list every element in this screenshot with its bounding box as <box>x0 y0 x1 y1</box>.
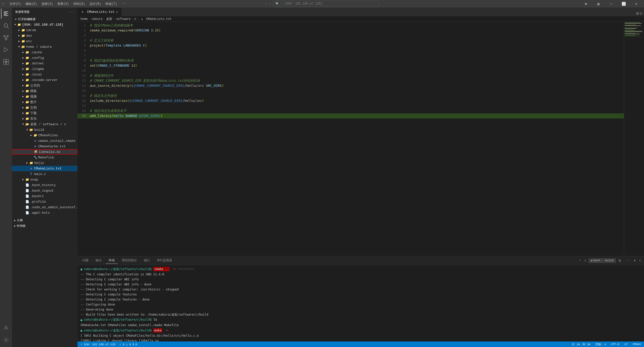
status-ssh[interactable]: ⚡ SSH: 192.168.47.128 <box>79 343 116 346</box>
menu-goto[interactable]: 转到(G) <box>71 1 87 7</box>
sidebar-item-lingma[interactable]: ▶ 📁 .lingma <box>12 66 77 72</box>
sidebar-item-makefile[interactable]: ▶ 🔧 Makefile <box>12 155 77 160</box>
terminal-content[interactable]: ● sakura@sakura:~/桌面/software/c/build$ c… <box>77 265 644 341</box>
bash-build-badge[interactable]: ⊞ bash - build <box>589 258 616 263</box>
menu-terminal[interactable]: 终端(T) <box>103 1 119 7</box>
breadcrumb-desktop[interactable]: 桌面 <box>106 17 112 21</box>
sidebar-item-cmakelists[interactable]: ▶ ▲ CMakeLists.txt <box>12 166 77 171</box>
sidebar-item-cmakefiles[interactable]: ▶ 📁 CMakeFiles <box>12 133 77 138</box>
activity-search[interactable] <box>1 21 11 31</box>
layout-btn[interactable]: ⊞ <box>580 0 592 8</box>
breadcrumb-sakura[interactable]: sakura <box>92 17 102 21</box>
sidebar-item-home-sakura[interactable]: ▼ 📂 home / sakura <box>12 44 77 50</box>
panel-close-btn[interactable]: ✕ <box>638 258 642 263</box>
sidebar-item-wget-hsts[interactable]: ▶ 📄 .wget-hsts <box>12 210 77 215</box>
menu-edit[interactable]: 编辑(E) <box>23 1 39 7</box>
sidebar-item-cmake-install[interactable]: ▶ ▲ cmake_install.cmake <box>12 138 77 144</box>
sidebar-item-vscode-server[interactable]: ▶ 📁 .vscode-server <box>12 77 77 83</box>
panel-tab-ports[interactable]: 端口 <box>141 257 153 264</box>
win-minimize-btn[interactable]: — <box>605 0 617 8</box>
split-btn[interactable]: ▥ <box>593 0 604 8</box>
sidebar-item-yinyue[interactable]: ▶ 📁 音乐 <box>12 116 77 121</box>
sidebar-item-tupian[interactable]: ▶ 📁 图片 <box>12 99 77 105</box>
search-box[interactable]: 🔍 / [SSH: 192.168.47.128] <box>273 1 379 7</box>
panel-tab-problems[interactable]: 问题 <box>79 257 92 264</box>
win-close-btn[interactable]: ✕ <box>630 0 642 8</box>
breadcrumb-software[interactable]: software <box>116 17 131 21</box>
sidebar-item-gongde[interactable]: ▶ 📁 公共的 <box>12 83 77 88</box>
sidebar-item-wendang[interactable]: ▶ 📁 文档 <box>12 105 77 110</box>
sidebar-content[interactable]: ▶ 打开的编辑器 ▼ 📁 [SSH: 192.168.47.128] ▶ 📁 c… <box>12 16 77 347</box>
panel-maximize-btn[interactable]: ▲ <box>633 258 637 263</box>
status-language[interactable]: CMake <box>632 343 642 346</box>
sidebar-item-sudo-admin[interactable]: ▶ 📄 .sudo_as_admin_successful <box>12 204 77 210</box>
activity-debug[interactable] <box>1 45 11 55</box>
menu-run[interactable]: 运行(R) <box>88 1 103 7</box>
sidebar-item-etc[interactable]: ▶ 📁 etc <box>12 38 77 44</box>
sidebar-item-config[interactable]: ▶ 📁 .config <box>12 55 77 61</box>
status-encoding[interactable]: UTF-8 <box>610 343 620 346</box>
activity-extensions[interactable] <box>1 57 11 67</box>
sidebar-item-desktop-software-c[interactable]: ▼ 📂 桌面 / software / c <box>12 121 77 127</box>
breadcrumb-cmakelists[interactable]: CMakeLists.txt <box>146 17 172 21</box>
activity-settings[interactable] <box>1 335 11 345</box>
sidebar-item-cdrom[interactable]: ▶ 📁 cdrom <box>12 27 77 33</box>
sidebar-item-shipin[interactable]: ▶ 📁 视频 <box>12 94 77 99</box>
nav-fwd-btn[interactable]: → <box>269 2 271 6</box>
win-maximize-btn[interactable]: ⬜ <box>618 0 629 8</box>
panel-tab-output[interactable]: 输出 <box>93 257 105 264</box>
breadcrumb-c[interactable]: c <box>134 17 136 21</box>
activity-account[interactable] <box>1 323 11 333</box>
sidebar-item-snap[interactable]: ▶ 📁 snap <box>12 177 77 182</box>
sidebar-item-main-c[interactable]: ▶ C main.c <box>12 171 77 177</box>
menu-file[interactable]: 文件(F) <box>8 1 23 7</box>
cmakefiles-icon: 📁 <box>33 133 37 137</box>
panel-tab-serial[interactable]: 串行监视器 <box>154 257 175 264</box>
sidebar-item-dev[interactable]: ▶ 📁 dev <box>12 33 77 38</box>
editor-area: ▲ CMakeLists.txt ✕ ⊞ ⊟ home › sakura › 桌… <box>77 8 644 347</box>
sidebar-item-bashrc[interactable]: ▶ 📄 .bashrc <box>12 193 77 199</box>
editor-content[interactable]: 1 # 指定CMake工具的最低版本 2 cmake_minimum_requi… <box>77 22 624 256</box>
activity-scm[interactable] <box>1 33 11 43</box>
sidebar-item-cache[interactable]: ▶ 📁 .cache <box>12 50 77 55</box>
sidebar-item-xiazai[interactable]: ▶ 📁 下载 <box>12 110 77 116</box>
breadcrumb-sep3: › <box>113 17 115 21</box>
panel-trash-btn[interactable]: 🗑 <box>617 258 622 263</box>
tab-split-icon[interactable]: ⊟ <box>640 11 642 16</box>
sidebar-item-bash-history[interactable]: ▶ 📄 .bash_history <box>12 182 77 188</box>
menu-select[interactable]: 选择(S) <box>39 1 55 7</box>
sidebar-overflow-btn[interactable]: ··· <box>68 10 74 14</box>
gongde-icon: 📁 <box>25 83 29 88</box>
section-outline[interactable]: ▶ 大纲 <box>12 218 77 223</box>
panel-add-terminal-btn[interactable]: + <box>578 258 582 263</box>
status-spaces[interactable]: 空格: 4 <box>594 342 607 346</box>
sidebar-item-moban[interactable]: ▶ 📁 模板 <box>12 88 77 94</box>
breadcrumb-home[interactable]: home <box>80 17 88 21</box>
tab-close-btn[interactable]: ✕ <box>116 10 118 14</box>
panel-tab-debug[interactable]: 调试控制台 <box>119 257 140 264</box>
status-errors[interactable]: ⚠ 0 △ 0 ℹ 0 <box>118 343 138 346</box>
sidebar-item-local[interactable]: ▶ 📁 .local <box>12 72 77 77</box>
sidebar-item-profile[interactable]: ▶ 📄 .profile <box>12 199 77 204</box>
sidebar-item-dotnet[interactable]: ▶ 📁 .dotnet <box>12 61 77 66</box>
term-text-ls1: sakura@sakura:~/桌面/software/c/build$ ls <box>84 317 641 322</box>
sidebar-item-hello[interactable]: ▶ 📁 hello <box>12 160 77 166</box>
sidebar-item-bash-logout[interactable]: ▶ 📄 .bash_logout <box>12 188 77 193</box>
section-timeline[interactable]: ▶ 时间线 <box>12 223 77 229</box>
menu-view[interactable]: 查看(V) <box>55 1 71 7</box>
sidebar-item-ssh-root[interactable]: ▼ 📁 [SSH: 192.168.47.128] <box>12 22 77 27</box>
status-line-ending[interactable]: LF <box>623 343 629 346</box>
menu-more[interactable]: ··· <box>119 1 129 7</box>
panel-tab-terminal[interactable]: 终端 <box>106 257 118 264</box>
panel-more-btn[interactable]: ··· <box>624 258 631 263</box>
panel-dropdown-btn[interactable]: ∨ <box>583 258 587 263</box>
sidebar-item-build[interactable]: ▼ 📂 build <box>12 127 77 133</box>
sidebar-item-cmakecache[interactable]: ▶ ▲ CMakeCache.txt <box>12 144 77 149</box>
tab-cmakelists[interactable]: ▲ CMakeLists.txt ✕ <box>77 8 122 16</box>
status-line-col[interactable]: 行 18，列 38 <box>571 342 591 346</box>
tab-actions-icon[interactable]: ⊞ <box>636 11 639 16</box>
nav-back-btn[interactable]: ← <box>265 2 267 6</box>
activity-explorer[interactable] <box>1 9 11 19</box>
sidebar-item-libhello-so[interactable]: ▶ 📦 libhello.so <box>12 149 77 155</box>
section-open-editors[interactable]: ▶ 打开的编辑器 <box>12 16 77 22</box>
